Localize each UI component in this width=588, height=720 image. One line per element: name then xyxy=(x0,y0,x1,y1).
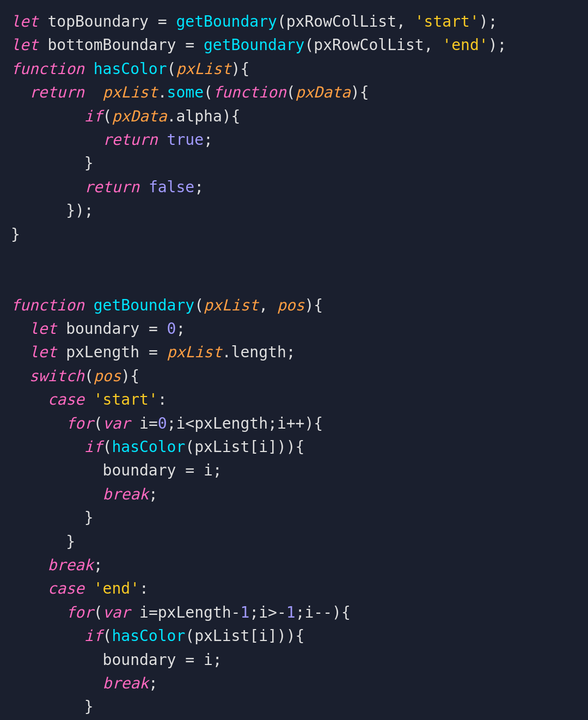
code-block: let topBoundary = getBoundary(pxRowColLi… xyxy=(11,10,577,720)
code-container: let topBoundary = getBoundary(pxRowColLi… xyxy=(11,10,577,720)
